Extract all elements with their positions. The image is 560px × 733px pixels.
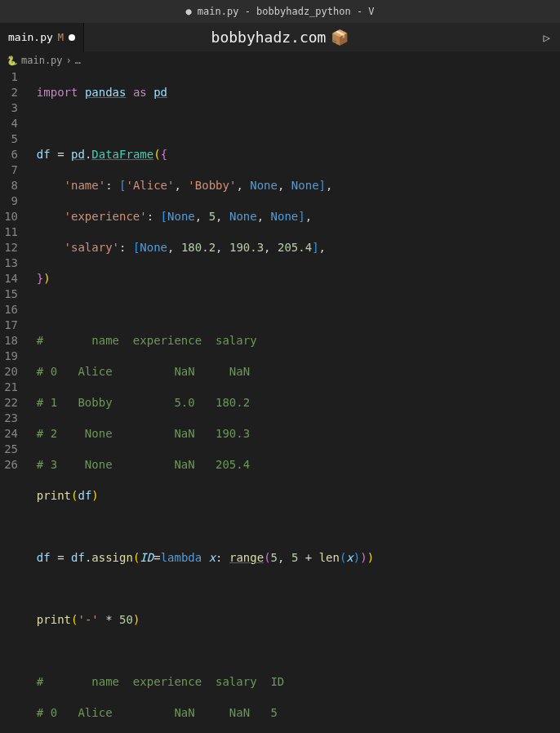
python-file-icon: 🐍 <box>7 56 18 66</box>
code-content[interactable]: import pandas as pd df = pd.DataFrame({ … <box>23 69 560 733</box>
run-icon[interactable]: ▷ <box>544 31 550 44</box>
unsaved-dot-icon[interactable] <box>69 34 75 41</box>
tab-bar: main.py M bobbyhadz.com 📦 ▷ <box>0 23 560 51</box>
header-watermark: bobbyhadz.com 📦 <box>211 29 349 46</box>
watermark-text: bobbyhadz.com <box>211 29 327 46</box>
code-editor[interactable]: 1234567891011121314151617181920212223242… <box>0 69 560 733</box>
window-titlebar: ● main.py - bobbyhadz_python - V <box>0 0 560 23</box>
tab-modified-badge: M <box>58 32 64 43</box>
breadcrumb-sep: › <box>66 55 72 66</box>
breadcrumb-more: … <box>75 55 81 66</box>
tab-main-py[interactable]: main.py M <box>0 23 84 51</box>
breadcrumb-file: main.py <box>21 55 63 66</box>
package-icon: 📦 <box>331 29 349 46</box>
breadcrumb[interactable]: 🐍 main.py › … <box>0 51 560 69</box>
line-gutter: 1234567891011121314151617181920212223242… <box>0 69 23 733</box>
tab-label: main.py <box>8 31 53 43</box>
